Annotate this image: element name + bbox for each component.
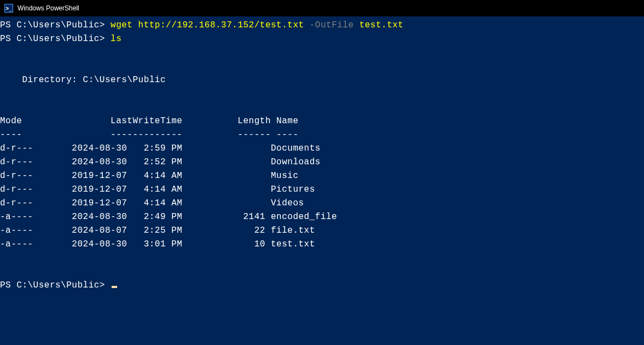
- prompt: PS C:\Users\Public>: [0, 34, 105, 44]
- command-line: PS C:\Users\Public> wget http://192.168.…: [0, 19, 644, 32]
- entry-line: d-r--- 2019-12-07 4:14 AM Music: [0, 169, 644, 183]
- command-name: wget: [111, 20, 132, 30]
- powershell-icon: >_: [4, 4, 13, 13]
- entry-line: d-r--- 2024-08-30 2:52 PM Downloads: [0, 156, 644, 169]
- listing-row: -a---- 2024-08-30 3:01 PM 10 test.txt: [0, 239, 315, 249]
- command-arg-url: http://192.168.37.152/test.txt: [138, 20, 304, 30]
- listing-row: d-r--- 2024-08-30 2:52 PM Downloads: [0, 157, 321, 167]
- entry-line: -a---- 2024-08-30 3:01 PM 10 test.txt: [0, 238, 644, 251]
- listing-row: d-r--- 2019-12-07 4:14 AM Videos: [0, 198, 304, 208]
- directory-line: Directory: C:\Users\Public: [0, 73, 644, 87]
- blank-line: [0, 46, 644, 60]
- header-line: Mode LastWriteTime Length Name: [0, 114, 644, 128]
- blank-line: [0, 265, 644, 279]
- listing-divider: ---- ------------- ------ ----: [0, 130, 298, 140]
- entry-line: d-r--- 2019-12-07 4:14 AM Videos: [0, 197, 644, 210]
- cursor: [112, 286, 117, 288]
- blank-line: [0, 60, 644, 73]
- window-title: Windows PowerShell: [18, 4, 79, 12]
- entry-line: d-r--- 2024-08-30 2:59 PM Documents: [0, 142, 644, 156]
- entry-line: -a---- 2024-08-07 2:25 PM 22 file.txt: [0, 224, 644, 238]
- directory-label: Directory: C:\Users\Public: [0, 75, 166, 85]
- entry-line: d-r--- 2019-12-07 4:14 AM Pictures: [0, 183, 644, 197]
- blank-line: [0, 87, 644, 101]
- listing-row: -a---- 2024-08-30 2:49 PM 2141 encoded_f…: [0, 212, 337, 222]
- window-titlebar[interactable]: >_ Windows PowerShell: [0, 0, 644, 16]
- command-name: ls: [111, 34, 121, 44]
- prompt: PS C:\Users\Public>: [0, 280, 105, 290]
- entry-line: -a---- 2024-08-30 2:49 PM 2141 encoded_f…: [0, 210, 644, 224]
- blank-line: [0, 251, 644, 265]
- prompt-line: PS C:\Users\Public>: [0, 279, 644, 292]
- listing-row: d-r--- 2019-12-07 4:14 AM Pictures: [0, 185, 315, 194]
- command-flag: -OutFile: [310, 20, 354, 30]
- prompt: PS C:\Users\Public>: [0, 20, 105, 30]
- listing-row: -a---- 2024-08-07 2:25 PM 22 file.txt: [0, 226, 315, 235]
- terminal-area[interactable]: PS C:\Users\Public> wget http://192.168.…: [0, 16, 644, 292]
- listing-row: d-r--- 2024-08-30 2:59 PM Documents: [0, 143, 321, 153]
- divider-line: ---- ------------- ------ ----: [0, 128, 644, 142]
- listing-header: Mode LastWriteTime Length Name: [0, 116, 298, 126]
- blank-line: [0, 101, 644, 114]
- listing-row: d-r--- 2019-12-07 4:14 AM Music: [0, 171, 298, 181]
- command-line: PS C:\Users\Public> ls: [0, 32, 644, 46]
- command-arg-file: test.txt: [359, 20, 404, 30]
